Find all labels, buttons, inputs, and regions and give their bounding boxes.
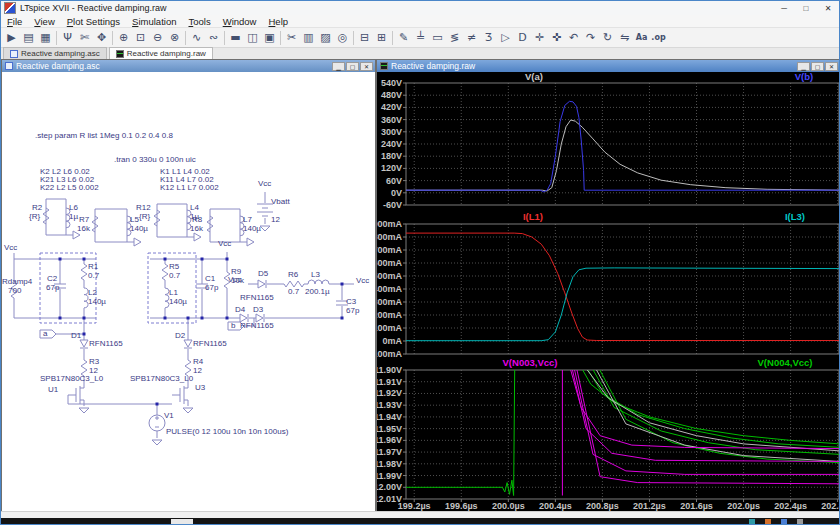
- schematic-window-titlebar[interactable]: Reactive damping.asc ▁ ▢ ✕: [2, 60, 375, 72]
- schematic-window: Reactive damping.asc ▁ ▢ ✕ .step param R…: [1, 59, 376, 511]
- capacitor-icon[interactable]: ≠: [463, 30, 480, 46]
- menu-bar: FileViewPlot SettingsSimulationToolsWind…: [1, 15, 839, 28]
- zoom-window-icon[interactable]: ⊡: [132, 30, 149, 46]
- trace-legend[interactable]: V(N004,Vcc): [758, 357, 813, 368]
- tray-icon[interactable]: [749, 519, 755, 525]
- schematic-label: R1: [88, 263, 98, 271]
- child-close-button[interactable]: ✕: [825, 62, 838, 71]
- schematic-label: 140µ: [88, 298, 106, 306]
- text-icon[interactable]: Aa: [633, 30, 650, 46]
- waveform-doc-icon: [116, 50, 124, 58]
- rotate-icon[interactable]: ↻: [599, 30, 616, 46]
- probe-icon[interactable]: Ψ: [59, 30, 76, 46]
- mirror-icon[interactable]: ⇋: [616, 30, 633, 46]
- schematic-label: b: [231, 322, 235, 330]
- menu-help[interactable]: Help: [262, 16, 294, 27]
- schematic-label: {R}: [139, 213, 150, 221]
- plot-settings-icon[interactable]: ∿: [188, 30, 205, 46]
- y-axis-tick-label: 180V: [381, 151, 402, 161]
- wire-icon[interactable]: ✎: [395, 30, 412, 46]
- redo-icon[interactable]: ↷: [582, 30, 599, 46]
- zoom-out-icon[interactable]: ⊖: [149, 30, 166, 46]
- cascade-icon[interactable]: ▣: [261, 30, 278, 46]
- window-title: LTspice XVII - Reactive damping.raw: [20, 3, 166, 13]
- schematic-canvas[interactable]: .step param R list 1Meg 0.1 0.2 0.4 0.8.…: [2, 72, 375, 511]
- schematic-label: Vbatt: [271, 198, 290, 206]
- trace-I(L1): [406, 233, 840, 340]
- child-restore-button[interactable]: ▢: [811, 62, 824, 71]
- menu-file[interactable]: File: [1, 16, 28, 27]
- component-icon[interactable]: D: [514, 30, 531, 46]
- y-axis-tick-label: 480V: [381, 90, 402, 100]
- ground-icon[interactable]: ╧: [412, 30, 429, 46]
- schematic-label: 12: [271, 216, 280, 224]
- y-axis-tick-label: 0mA: [382, 336, 402, 346]
- diode-icon[interactable]: ▷: [497, 30, 514, 46]
- maximize-button[interactable]: □: [795, 2, 817, 15]
- tray-icon[interactable]: [797, 519, 803, 525]
- open-icon[interactable]: ▤: [20, 30, 37, 46]
- tray-icon[interactable]: [765, 519, 771, 525]
- trace-legend[interactable]: V(a): [525, 72, 543, 82]
- trace-legend[interactable]: V(N003,Vcc): [503, 357, 558, 368]
- schematic-label: Vcc: [4, 244, 17, 252]
- tile-vertical-icon[interactable]: ◫: [244, 30, 261, 46]
- control-panel-icon[interactable]: ✄: [76, 30, 93, 46]
- trace-legend[interactable]: I(L1): [523, 211, 543, 222]
- child-restore-button[interactable]: ▢: [346, 62, 359, 71]
- zoom-full-icon[interactable]: ⊗: [166, 30, 183, 46]
- tray-icon[interactable]: [781, 519, 787, 525]
- y-axis-tick-label: 100mA: [377, 323, 402, 333]
- waveform-doc-icon: [380, 62, 388, 70]
- schematic-label: .tran 0 330u 0 100n uic: [114, 156, 196, 164]
- close-button[interactable]: ✕: [817, 2, 839, 15]
- menu-tools[interactable]: Tools: [182, 16, 216, 27]
- taskbar-app-chip[interactable]: [171, 519, 193, 525]
- schematic-label: L7: [243, 216, 252, 224]
- save-icon[interactable]: ▦: [37, 30, 54, 46]
- minimize-button[interactable]: ─: [773, 2, 795, 15]
- tab-reactive-damping-asc[interactable]: Reactive damping.asc: [3, 47, 107, 59]
- tile-horizontal-icon[interactable]: ▬: [227, 30, 244, 46]
- print-preview-icon[interactable]: ⊞: [373, 30, 390, 46]
- menu-window[interactable]: Window: [217, 16, 263, 27]
- zoom-in-icon[interactable]: ⊕: [115, 30, 132, 46]
- schematic-label: L1: [169, 289, 178, 297]
- pan-icon[interactable]: ✥: [93, 30, 110, 46]
- y-axis-tick-label: 900mA: [377, 219, 402, 229]
- schematic-label: 12: [193, 367, 202, 375]
- y-axis-tick-label: 360V: [381, 115, 402, 125]
- child-close-button[interactable]: ✕: [360, 62, 373, 71]
- cut-icon[interactable]: ✂: [283, 30, 300, 46]
- menu-plot-settings[interactable]: Plot Settings: [61, 16, 126, 27]
- label-icon[interactable]: ▭: [429, 30, 446, 46]
- copy-icon[interactable]: ▥: [300, 30, 317, 46]
- find-icon[interactable]: ◎: [334, 30, 351, 46]
- waveform-plot-area[interactable]: 540V480V420V360V300V240V180V120V60V0V-60…: [377, 72, 840, 511]
- child-minimize-button[interactable]: ▁: [332, 62, 345, 71]
- windows-taskbar[interactable]: [1, 518, 839, 525]
- schematic-label: V1: [164, 412, 174, 420]
- y-axis-tick-label: -11.99V: [377, 471, 402, 481]
- mark-data-icon[interactable]: ∾: [205, 30, 222, 46]
- undo-icon[interactable]: ↶: [565, 30, 582, 46]
- y-axis-tick-label: -11.93V: [377, 400, 402, 410]
- drag-icon[interactable]: ✜: [548, 30, 565, 46]
- schematic-label: D4: [235, 306, 245, 314]
- trace-legend[interactable]: V(b): [795, 72, 813, 82]
- waveform-window-titlebar[interactable]: Reactive damping.raw ▁ ▢ ✕: [377, 60, 840, 72]
- waveform-window-title: Reactive damping.raw: [391, 61, 475, 71]
- print-icon[interactable]: ⊟: [356, 30, 373, 46]
- child-minimize-button[interactable]: ▁: [797, 62, 810, 71]
- move-icon[interactable]: ✛: [531, 30, 548, 46]
- menu-simulation[interactable]: Simulation: [126, 16, 182, 27]
- trace-legend[interactable]: I(L3): [785, 211, 805, 222]
- resistor-icon[interactable]: ≶: [446, 30, 463, 46]
- menu-view[interactable]: View: [28, 16, 60, 27]
- schematic-label: .step param R list 1Meg 0.1 0.2 0.4 0.8: [35, 132, 173, 140]
- run-icon[interactable]: ▶: [3, 30, 20, 46]
- inductor-icon[interactable]: Ʒ: [480, 30, 497, 46]
- paste-icon[interactable]: ▨: [317, 30, 334, 46]
- spice-directive-icon[interactable]: .op: [650, 30, 667, 46]
- tab-reactive-damping-raw[interactable]: Reactive damping.raw: [109, 47, 213, 59]
